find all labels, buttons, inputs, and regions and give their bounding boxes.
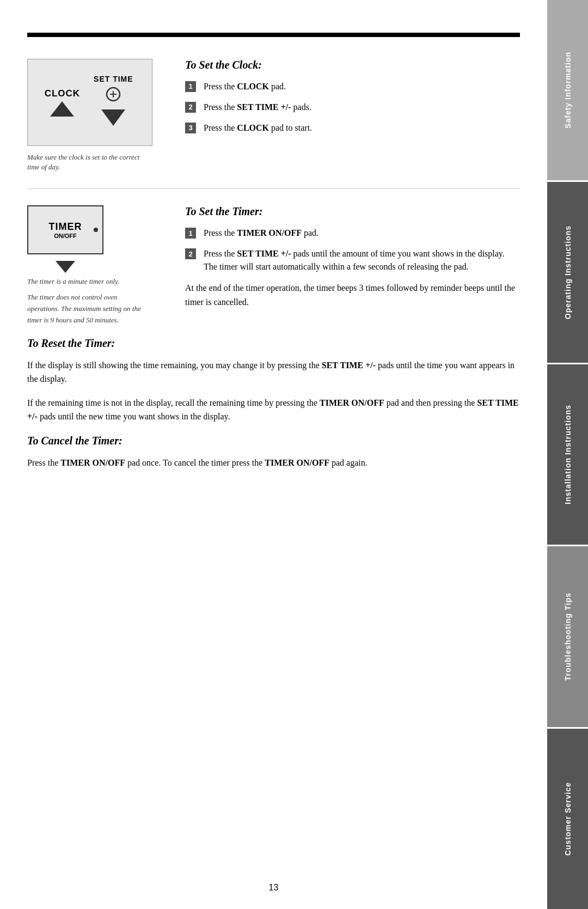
page-number: 13 <box>269 883 279 893</box>
sidebar-customer: Customer Service <box>547 729 588 909</box>
sidebar-safety: Safety Information <box>547 0 588 182</box>
timer-section: TIMER ON/OFF The timer is a minute timer… <box>27 205 520 326</box>
clock-instructions: To Set the Clock: 1 Press the CLOCK pad.… <box>185 59 520 142</box>
clock-steps: 1 Press the CLOCK pad. 2 Press the SET T… <box>185 80 520 135</box>
full-width-content: To Reset the Timer: If the display is st… <box>27 337 520 470</box>
clock-step-3-text: Press the CLOCK pad to start. <box>204 121 312 135</box>
sidebar-troubleshooting: Troubleshooting Tips <box>547 546 588 728</box>
step-number-2: 2 <box>185 102 196 113</box>
cancel-section: To Cancel the Timer: Press the TIMER ON/… <box>27 435 520 470</box>
clock-step-1: 1 Press the CLOCK pad. <box>185 80 520 93</box>
set-time-label: SET TIME <box>94 75 133 83</box>
clock-caption: Make sure the clock is set to the correc… <box>27 152 147 172</box>
set-time-container: SET TIME <box>91 75 135 130</box>
timer-step-2: 2 Press the SET TIME +/- pads until the … <box>185 247 520 273</box>
timer-body-paragraph: At the end of the timer operation, the t… <box>185 281 520 309</box>
clock-title: To Set the Clock: <box>185 59 520 71</box>
reset-paragraph-2: If the remaining time is not in the disp… <box>27 396 520 424</box>
timer-step-1-text: Press the TIMER ON/OFF pad. <box>204 227 318 240</box>
sidebar-customer-label: Customer Service <box>564 782 572 856</box>
set-time-icon <box>91 87 135 130</box>
timer-step-number-2: 2 <box>185 248 196 259</box>
svg-marker-3 <box>101 109 125 126</box>
clock-step-2: 2 Press the SET TIME +/- pads. <box>185 101 520 114</box>
timer-inner: TIMER ON/OFF <box>49 221 82 239</box>
timer-caption-2: The timer does not control oven operatio… <box>27 292 147 326</box>
sidebar-safety-label: Safety Information <box>564 52 572 129</box>
clock-section: CLOCK SET TIME <box>27 59 520 189</box>
sidebar-installation: Installation Instructions <box>547 364 588 546</box>
timer-onoff-label: ON/OFF <box>54 233 77 239</box>
step-number-3: 3 <box>185 123 196 133</box>
right-sidebar: Safety Information Operating Instruction… <box>547 0 588 909</box>
timer-label: TIMER <box>49 221 82 233</box>
clock-button: CLOCK <box>45 88 80 117</box>
sidebar-operating: Operating Instructions <box>547 182 588 364</box>
timer-dot-icon <box>94 228 98 232</box>
clock-step-3: 3 Press the CLOCK pad to start. <box>185 121 520 135</box>
reset-section: To Reset the Timer: If the display is st… <box>27 337 520 424</box>
timer-caption-1: The timer is a minute timer only. <box>27 276 119 288</box>
timer-image-area: TIMER ON/OFF The timer is a minute timer… <box>27 205 163 326</box>
timer-title: To Set the Timer: <box>185 205 520 218</box>
timer-step-2-text: Press the SET TIME +/- pads until the am… <box>204 247 520 273</box>
main-content: CLOCK SET TIME <box>0 0 547 909</box>
clock-image-area: CLOCK SET TIME <box>27 59 163 172</box>
sidebar-operating-label: Operating Instructions <box>564 225 572 319</box>
step-number-1: 1 <box>185 81 196 92</box>
reset-title: To Reset the Timer: <box>27 337 520 350</box>
reset-paragraph-1: If the display is still showing the time… <box>27 358 520 386</box>
timer-step-number-1: 1 <box>185 228 196 239</box>
clock-diagram: CLOCK SET TIME <box>27 59 152 146</box>
timer-instructions: To Set the Timer: 1 Press the TIMER ON/O… <box>185 205 520 319</box>
sidebar-installation-label: Installation Instructions <box>564 405 572 504</box>
clock-label: CLOCK <box>45 88 80 99</box>
timer-diagram: TIMER ON/OFF <box>27 205 103 254</box>
clock-step-1-text: Press the CLOCK pad. <box>204 80 286 93</box>
clock-triangle-icon <box>50 101 74 117</box>
top-border <box>27 33 520 37</box>
cancel-title: To Cancel the Timer: <box>27 435 520 447</box>
timer-arrow-icon <box>56 261 75 273</box>
cancel-paragraph: Press the TIMER ON/OFF pad once. To canc… <box>27 456 520 470</box>
timer-steps: 1 Press the TIMER ON/OFF pad. 2 Press th… <box>185 227 520 273</box>
clock-step-2-text: Press the SET TIME +/- pads. <box>204 101 311 114</box>
timer-step-1: 1 Press the TIMER ON/OFF pad. <box>185 227 520 240</box>
sidebar-troubleshooting-label: Troubleshooting Tips <box>564 593 572 681</box>
